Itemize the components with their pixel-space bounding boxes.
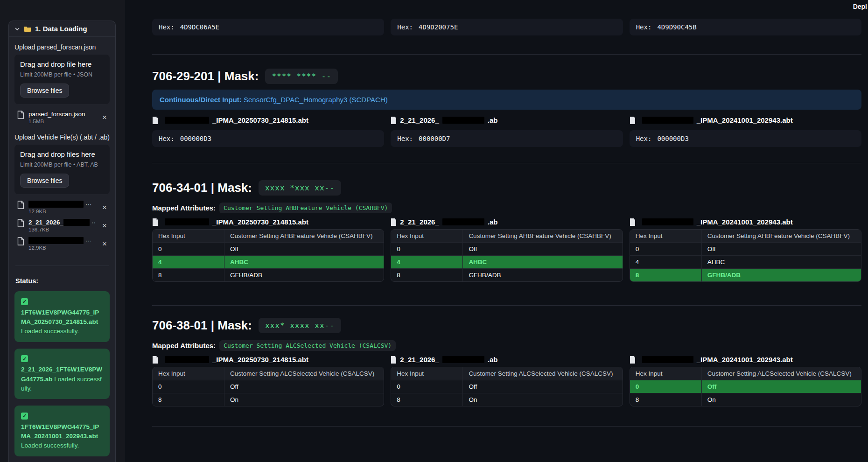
remove-file-button[interactable]: × [100, 203, 109, 212]
table-row: 0Off [630, 243, 861, 256]
document-icon [152, 218, 158, 226]
section-706-29-201: 706-29-201 | Mask: **** **** -- Continuo… [152, 69, 861, 147]
document-icon [152, 117, 158, 124]
section-heading: 706-29-201 | Mask: **** **** -- [152, 69, 861, 84]
vehicle-file-name: _IPMA_20250730_214815.abt [152, 218, 384, 226]
status-label: Status: [15, 277, 109, 285]
drop-text: Drag and drop files here [20, 150, 104, 158]
file-size: 1.5MB [28, 119, 96, 124]
value-table: Hex Input Customer Setting ALCSelected V… [152, 367, 384, 406]
document-icon [391, 356, 397, 364]
file-icon [17, 111, 24, 119]
remove-file-button[interactable]: × [100, 221, 109, 231]
col-header-hex-input: Hex Input [153, 230, 224, 243]
data-loading-expander: 1. Data Loading Upload parsed_forscan.js… [8, 21, 116, 462]
redaction-box [165, 356, 209, 363]
section-divider [152, 426, 861, 427]
table-row: 0Off [391, 243, 622, 256]
uploader-vehicle-dropzone[interactable]: Drag and drop files here Limit 200MB per… [14, 145, 110, 194]
sidebar-divider [15, 266, 109, 266]
vehicle-file-name: _IPMA_20241001_202943.abt [630, 356, 861, 364]
browse-files-button[interactable]: Browse files [20, 174, 69, 188]
col-header-attribute: Customer Setting AHBFeature Vehicle (CSA… [701, 230, 861, 243]
table-row-selected: 4AHBC [391, 256, 622, 269]
status-success-message: ✓ 1FT6W1EV8PWG44775_IPMA_20241001_202943… [14, 406, 110, 456]
expander-body: Upload parsed_forscan.json Drag and drop… [9, 37, 115, 462]
value-table: Hex Input Customer Setting AHBFeature Ve… [152, 229, 384, 282]
value-table: Hex Input Customer Setting ALCSelected V… [391, 367, 623, 406]
table-row: 8On [153, 393, 384, 406]
document-icon [391, 117, 397, 124]
file-icon [17, 237, 24, 245]
drop-text: Drag and drop file here [20, 60, 104, 68]
file-name-redacted: ··· [28, 201, 96, 208]
uploaded-file-row: parsed_forscan.json 1.5MB × [14, 109, 110, 127]
redaction-box [642, 218, 693, 225]
redaction-box [28, 237, 84, 244]
expander-title: 1. Data Loading [35, 25, 87, 33]
redaction-box [642, 356, 693, 363]
section-706-34-01: 706-34-01 | Mask: xxxx *xxx xx-- Mapped … [152, 180, 861, 282]
redaction-box [28, 201, 84, 208]
deploy-button[interactable]: Depl [853, 3, 867, 10]
table-row: 8On [391, 393, 622, 406]
redaction-box [442, 117, 484, 124]
mask-badge: xxx* xxxx xx-- [259, 318, 341, 333]
main-content: Depl Hex:4D9DC06A5E Hex:4D9D20075E Hex:4… [125, 0, 868, 462]
hex-code-block: Hex:4D9DC06A5E [152, 19, 384, 35]
attribute-badge: Customer Setting ALCSelected Vehicle (CS… [219, 340, 396, 351]
section-706-38-01: 706-38-01 | Mask: xxx* xxxx xx-- Mapped … [152, 318, 861, 406]
uploader-json-dropzone[interactable]: Drag and drop file here Limit 200MB per … [14, 55, 110, 104]
vehicle-file-name: _IPMA_20241001_202943.abt [630, 218, 861, 226]
value-table: Hex Input Customer Setting AHBFeature Ve… [630, 229, 861, 282]
remove-file-button[interactable]: × [100, 112, 109, 122]
expander-header[interactable]: 1. Data Loading [9, 21, 115, 37]
checkmark-icon: ✓ [21, 298, 28, 305]
remove-file-button[interactable]: × [100, 239, 109, 249]
chevron-down-icon [14, 26, 20, 32]
col-header-hex-input: Hex Input [630, 367, 702, 380]
col-header-attribute: Customer Setting ALCSelected Vehicle (CS… [463, 367, 623, 380]
col-header-attribute: Customer Setting ALCSelected Vehicle (CS… [701, 367, 861, 380]
info-banner: Continuous/Direct Input: SensorCfg_DPAC_… [152, 90, 861, 110]
table-row-selected: 8GFHB/ADB [630, 269, 861, 282]
section-hex-row: Hex:000000D3 Hex:000000D7 Hex:000000D3 [152, 130, 861, 147]
table-row: 4AHBC [630, 256, 861, 269]
document-icon [630, 218, 636, 226]
table-row-selected: 0Off [630, 380, 861, 393]
mask-badge: **** **** -- [265, 69, 338, 84]
vehicle-file-name: _IPMA_20250730_214815.abt [152, 356, 384, 364]
app-window: 1. Data Loading Upload parsed_forscan.js… [0, 0, 868, 462]
section-divider [152, 163, 861, 163]
redaction-box [165, 218, 209, 225]
attribute-badge: Customer Setting AHBFeature Vehicle (CSA… [219, 203, 392, 213]
hex-code-block: Hex:000000D7 [391, 130, 623, 147]
table-row: 8GFHB/ADB [391, 269, 622, 282]
col-header-attribute: Customer Setting AHBFeature Vehicle (CSA… [463, 230, 623, 243]
file-size: 12.9KB [28, 245, 96, 251]
file-name: parsed_forscan.json [28, 111, 96, 118]
document-icon [630, 356, 636, 364]
section-heading: 706-34-01 | Mask: xxxx *xxx xx-- [152, 180, 861, 196]
value-tables-row: Hex Input Customer Setting ALCSelected V… [152, 367, 861, 406]
col-header-attribute: Customer Setting ALCSelected Vehicle (CS… [224, 367, 384, 380]
checkmark-icon: ✓ [21, 355, 28, 362]
browse-files-button[interactable]: Browse files [20, 84, 69, 98]
table-row: 8GFHB/ADB [153, 269, 384, 282]
file-name-redacted: ··· [28, 237, 96, 244]
file-name-row: _IPMA_20250730_214815.abt 2_21_2026_.ab … [152, 356, 861, 364]
uploaded-file-row: ··· 12.9KB × [14, 235, 110, 253]
vehicle-file-name: 2_21_2026_.ab [391, 116, 623, 124]
hex-code-block: Hex:000000D3 [152, 130, 384, 147]
document-icon [630, 117, 636, 124]
col-header-hex-input: Hex Input [630, 230, 702, 243]
section-divider [152, 54, 861, 55]
col-header-attribute: Customer Setting AHBFeature Vehicle (CSA… [224, 230, 384, 243]
table-row: 0Off [153, 380, 384, 393]
uploaded-file-row: 2_21_2026_·· 136.7KB × [14, 217, 110, 235]
table-row: 8On [630, 393, 861, 406]
col-header-hex-input: Hex Input [391, 230, 463, 243]
vehicle-file-name: _IPMA_20250730_214815.abt [152, 116, 384, 124]
file-name-partial: 2_21_2026_·· [28, 219, 96, 226]
vehicle-file-name: 2_21_2026_.ab [391, 218, 623, 226]
